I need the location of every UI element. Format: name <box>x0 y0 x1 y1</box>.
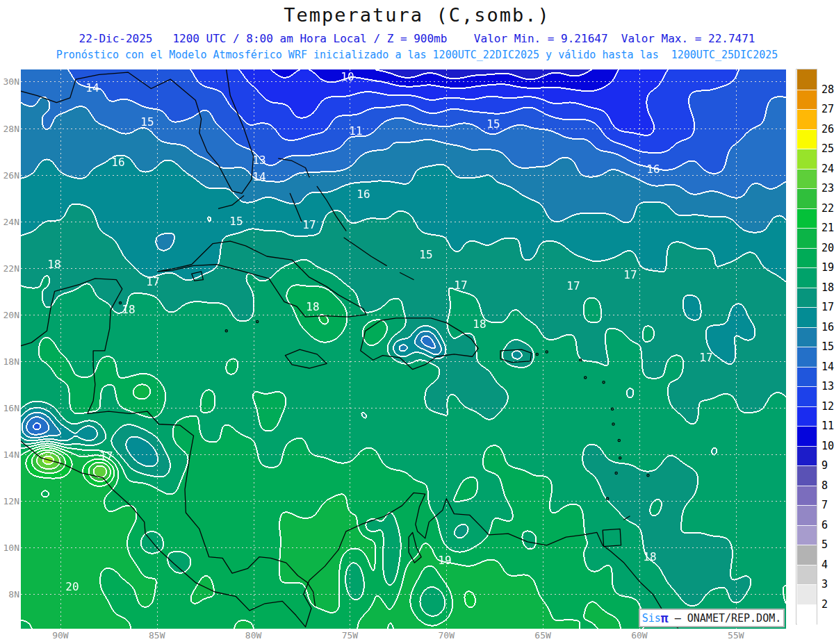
colorbar-tick-label: 17 <box>821 301 834 313</box>
colorbar-segment <box>797 347 817 368</box>
colorbar-tick-label: 18 <box>821 281 834 294</box>
lat-axis-label: 28N <box>3 123 19 133</box>
colorbar-segment <box>797 327 817 348</box>
colorbar-tick-label: 8 <box>821 479 828 492</box>
colorbar-tick-label: 22 <box>821 202 834 215</box>
colorbar-tick-label: 27 <box>821 103 834 115</box>
source-label: – ONAMET/REP.DOM. <box>669 612 782 625</box>
colorbar-tick-label: 23 <box>821 182 834 195</box>
colorbar-segment <box>797 584 817 605</box>
colorbar-segment <box>797 188 817 209</box>
colorbar-tick-label: 19 <box>821 261 834 274</box>
weather-map-page: Temperatura (C,somb.) 22-Dic-2025 1200 U… <box>0 0 834 644</box>
colorbar-tick-label: 13 <box>821 380 834 393</box>
colorbar-segment <box>797 505 817 526</box>
model-init-line: Pronóstico con el Modelo Atmosférico WRF… <box>0 49 834 61</box>
colorbar-tick-label: 15 <box>821 340 834 353</box>
forecast-datetime-line: 22-Dic-2025 1200 UTC / 8:00 am Hora Loca… <box>0 32 834 45</box>
colorbar-tick-label: 25 <box>821 142 834 155</box>
colorbar-tick-label: 7 <box>821 499 828 511</box>
colorbar-segment <box>797 267 817 288</box>
colorbar-tick-label: 28 <box>821 83 834 96</box>
colorbar-segment <box>797 307 817 328</box>
lat-axis-label: 24N <box>3 216 19 226</box>
colorbar-segment <box>797 367 817 388</box>
colorbar-tick-label: 5 <box>821 538 828 551</box>
colorbar-tick-label: 24 <box>821 163 834 175</box>
lat-axis-label: 26N <box>3 170 19 180</box>
attribution-badge: Sisπ – ONAMET/REP.DOM. <box>639 609 785 627</box>
lon-axis-label: 85W <box>149 630 165 641</box>
lat-axis-label: 16N <box>3 403 19 413</box>
colorbar-segment <box>797 545 817 565</box>
lat-axis-label: 10N <box>3 543 19 553</box>
lon-axis-label: 55W <box>728 630 744 641</box>
page-title: Temperatura (C,somb.) <box>0 4 834 26</box>
colorbar-segment <box>797 228 817 249</box>
pi-symbol: π <box>661 612 669 625</box>
colorbar-tick-label: 9 <box>821 459 828 472</box>
colorbar-segment <box>797 565 817 586</box>
colorbar-segment <box>797 604 817 625</box>
colorbar-tick-label: 6 <box>821 519 828 531</box>
colorbar-tick-label: 12 <box>821 400 834 413</box>
temperature-contour-map-canvas <box>21 69 786 629</box>
colorbar-tick-label: 2 <box>821 598 828 611</box>
colorbar-tick-label: 21 <box>821 222 834 234</box>
colorbar-segment <box>797 426 817 447</box>
colorbar-segment <box>797 465 817 486</box>
lat-axis-label: 30N <box>3 76 19 87</box>
colorbar-segment <box>797 446 817 467</box>
colorbar-segment <box>797 69 817 90</box>
lat-axis-label: 18N <box>3 356 19 366</box>
colorbar-segment <box>797 525 817 546</box>
lat-axis-label: 20N <box>3 309 19 320</box>
lon-axis-label: 75W <box>342 630 358 641</box>
lon-axis-label: 90W <box>52 630 68 641</box>
colorbar-tick-label: 10 <box>821 440 834 452</box>
colorbar-segment <box>797 386 817 407</box>
colorbar-tick-label: 20 <box>821 242 834 254</box>
colorbar-segment <box>797 406 817 427</box>
colorbar-tick-label: 11 <box>821 420 834 432</box>
lat-axis-label: 22N <box>3 263 19 273</box>
lat-axis-label: 8N <box>8 589 19 600</box>
colorbar-segment <box>797 129 817 150</box>
colorbar-segment <box>797 248 817 269</box>
colorbar-segment <box>797 90 817 110</box>
colorbar-tick-label: 26 <box>821 123 834 135</box>
colorbar-segment <box>797 149 817 170</box>
lon-axis-label: 60W <box>631 630 647 641</box>
colorbar-segment <box>797 486 817 506</box>
lat-axis-label: 12N <box>3 496 19 506</box>
colorbar-tick-label: 4 <box>821 559 828 571</box>
colorbar-segment <box>797 109 817 130</box>
lat-axis-label: 14N <box>3 449 19 460</box>
colorbar-segment <box>797 208 817 229</box>
lon-axis-label: 70W <box>439 630 455 641</box>
sispi-product-label: Sis <box>642 612 661 625</box>
colorbar-tick-label: 3 <box>821 578 828 591</box>
colorbar-tick-label: 16 <box>821 321 834 333</box>
colorbar-segment <box>797 169 817 190</box>
lon-axis-label: 80W <box>245 630 261 641</box>
lon-axis-label: 65W <box>534 630 550 641</box>
colorbar-tick-label: 14 <box>821 361 834 373</box>
colorbar-segment <box>797 288 817 308</box>
